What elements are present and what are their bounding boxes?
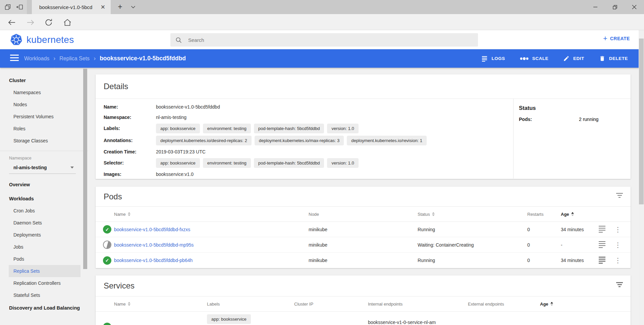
tab-list-chevron-icon[interactable] (129, 3, 137, 11)
creation-time-label: Creation Time: (104, 149, 156, 154)
pod-status: Waiting: ContainerCreating (418, 242, 527, 248)
sidebar-item-persistent-volumes[interactable]: Persistent Volumes (0, 111, 88, 123)
status-pods-value: 2 running (579, 117, 598, 122)
pod-node: minikube (309, 227, 418, 232)
details-card: Details Name: booksservice-v1.0-5bcd5fdd… (96, 74, 631, 179)
label-chip: pod-template-hash: 5bcd5fddbd (254, 124, 324, 133)
sidebar-header-cluster[interactable]: Cluster (0, 68, 88, 86)
annotations-label: Annotations: (104, 138, 156, 143)
services-col-labels: Labels (207, 302, 294, 307)
pod-kebab-menu-icon[interactable]: ⋮ (614, 241, 622, 249)
search-bar[interactable] (170, 33, 478, 47)
sidebar-header-workloads[interactable]: Workloads (0, 191, 88, 205)
filter-icon[interactable] (616, 282, 623, 289)
selector-chip: app: booksservice (156, 158, 200, 168)
back-icon[interactable] (7, 18, 16, 27)
kubernetes-brand[interactable]: kubernetes (10, 34, 74, 46)
creation-time-value: 2019-03-03T19:23 UTC (156, 149, 206, 154)
forward-icon[interactable] (26, 18, 35, 27)
scale-button[interactable]: SCALE (520, 56, 548, 61)
breadcrumb-current: booksservice-v1.0-5bcd5fddbd (100, 55, 186, 62)
sidebar-item-stateful-sets[interactable]: Stateful Sets (0, 289, 88, 301)
namespace-selector[interactable]: nl-amis-testing (9, 162, 76, 174)
pod-row: ✓ booksservice-v1.0-5bcd5fddbd-pb64h min… (96, 253, 631, 268)
images-value: booksservice:v1.0 (156, 172, 194, 177)
details-properties: Name: booksservice-v1.0-5bcd5fddbd Names… (96, 99, 513, 179)
create-button[interactable]: + CREATE (603, 35, 630, 42)
scale-icon (520, 57, 529, 61)
breadcrumb: Workloads › Replica Sets › booksservice-… (24, 49, 186, 68)
pod-logs-icon[interactable] (599, 241, 606, 249)
chevron-down-icon (70, 167, 74, 169)
pod-name-link[interactable]: booksservice-v1.0-5bcd5fddbd-fxzxs (114, 227, 309, 232)
filter-icon[interactable] (616, 193, 623, 200)
sidebar-item-nodes[interactable]: Nodes (0, 99, 88, 111)
selector-label: Selector: (104, 160, 156, 166)
services-table-header: Name Labels Cluster IP Internal endpoint… (96, 297, 631, 312)
services-sort-name[interactable]: Name (114, 302, 207, 307)
logs-button[interactable]: LOGS (481, 55, 505, 62)
sidebar-item-daemon-sets[interactable]: Daemon Sets (0, 217, 88, 229)
search-input[interactable] (188, 37, 473, 43)
browser-address-bar: 127.0.0.1:8001/api/v1/namespaces/kube-sy… (0, 14, 644, 30)
delete-button[interactable]: DELETE (599, 55, 628, 62)
window-minimize-button[interactable] (586, 0, 605, 14)
window-close-button[interactable] (625, 0, 644, 14)
breadcrumb-separator-icon: › (94, 55, 96, 62)
tab-preview-icon[interactable] (4, 3, 11, 11)
tab-close-icon[interactable]: ✕ (100, 4, 106, 11)
pod-kebab-menu-icon[interactable]: ⋮ (614, 256, 622, 264)
services-card: Services Name Labels Cluster IP Internal… (96, 275, 631, 325)
sidebar-item-replica-sets[interactable]: Replica Sets (9, 265, 80, 277)
pod-status-pending-icon (102, 240, 112, 250)
edit-button[interactable]: EDIT (563, 55, 584, 62)
sidebar-item-cron-jobs[interactable]: Cron Jobs (0, 205, 88, 217)
status-pods-label: Pods: (519, 117, 579, 122)
name-value: booksservice-v1.0-5bcd5fddbd (156, 104, 220, 110)
status-panel: Status Pods: 2 running (513, 99, 631, 179)
pod-restarts: 0 (527, 258, 561, 263)
services-sort-age[interactable]: Age (540, 302, 574, 307)
page-scrollbar-thumb[interactable] (639, 39, 644, 204)
sidebar-item-deployments[interactable]: Deployments (0, 229, 88, 241)
service-label-chip: app: booksservice (207, 314, 251, 324)
pods-sort-name[interactable]: Name (114, 212, 309, 217)
brand-text: kubernetes (26, 35, 74, 45)
sidebar-item-namespaces[interactable]: Namespaces (0, 86, 88, 99)
sidebar-item-storage-classes[interactable]: Storage Classes (0, 135, 88, 147)
breadcrumb-replica-sets[interactable]: Replica Sets (59, 56, 90, 62)
pod-kebab-menu-icon[interactable]: ⋮ (614, 225, 622, 234)
menu-hamburger-icon[interactable] (10, 55, 19, 62)
pod-row: booksservice-v1.0-5bcd5fddbd-mp95s minik… (96, 237, 631, 253)
browser-tab[interactable]: booksservice-v1.0-5bcd ✕ (32, 0, 111, 14)
window-restore-button[interactable] (605, 0, 625, 14)
pod-logs-icon[interactable] (599, 257, 606, 264)
pods-card: Pods Name Node Status Restarts Age ✓ boo… (96, 187, 631, 268)
set-tabs-aside-icon[interactable] (16, 3, 23, 11)
sidebar-header-discovery[interactable]: Discovery and Load Balancing (0, 301, 88, 314)
pods-sort-age[interactable]: Age (561, 212, 599, 217)
sidebar-item-pods[interactable]: Pods (0, 253, 88, 265)
sidebar-scrollbar[interactable] (83, 69, 87, 269)
pod-name-link[interactable]: booksservice-v1.0-5bcd5fddbd-pb64h (114, 258, 309, 263)
window-controls (586, 0, 644, 14)
new-tab-icon[interactable]: + (115, 2, 125, 11)
sidebar-item-overview[interactable]: Overview (0, 175, 88, 191)
home-icon[interactable] (63, 18, 72, 27)
sidebar-item-roles[interactable]: Roles (0, 123, 88, 135)
annotation-chip: deployment.kubernetes.io/max-replicas: 3 (255, 136, 344, 145)
kubernetes-logo-icon (10, 34, 22, 46)
breadcrumb-bar: Workloads › Replica Sets › booksservice-… (0, 49, 644, 68)
refresh-icon[interactable] (44, 18, 53, 27)
breadcrumb-workloads[interactable]: Workloads (24, 56, 49, 62)
label-chip: version: 1.0 (327, 124, 358, 133)
annotation-chip: deployment.kubernetes.io/revision: 1 (347, 136, 427, 145)
sidebar-item-replication-controllers[interactable]: Replication Controllers (0, 277, 88, 289)
pod-status-running-icon: ✓ (103, 256, 111, 265)
sidebar-item-jobs[interactable]: Jobs (0, 241, 88, 253)
pod-name-link[interactable]: booksservice-v1.0-5bcd5fddbd-mp95s (114, 242, 309, 248)
namespace-label: Namespace (0, 151, 88, 161)
pods-sort-status[interactable]: Status (418, 212, 527, 217)
annotation-chip: deployment.kubernetes.io/desired-replica… (156, 136, 252, 145)
pod-logs-icon[interactable] (599, 226, 606, 233)
